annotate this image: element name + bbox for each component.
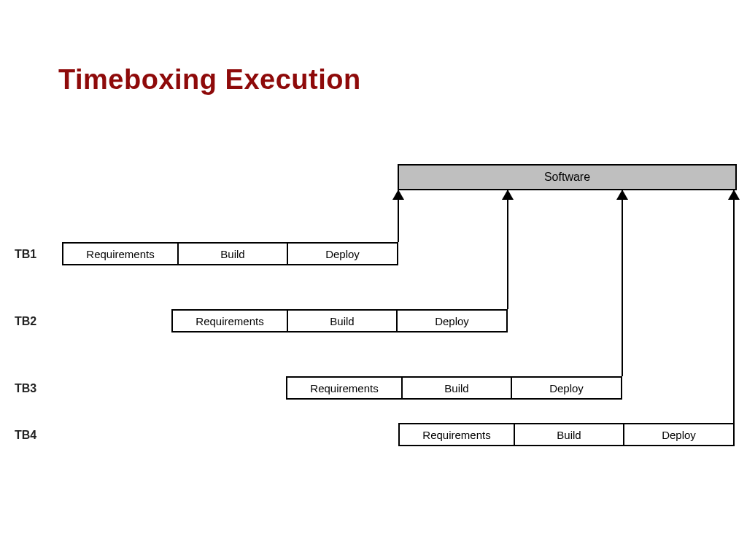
phase-build: Build: [401, 376, 512, 400]
software-output-box: Software: [398, 164, 737, 190]
phase-deploy: Deploy: [511, 376, 622, 400]
phase-requirements: Requirements: [286, 376, 403, 400]
phase-requirements: Requirements: [62, 242, 179, 265]
page-title: Timeboxing Execution: [58, 64, 361, 96]
phase-row-tb2: Requirements Build Deploy: [171, 309, 508, 332]
phase-row-tb4: Requirements Build Deploy: [398, 423, 735, 446]
row-label-tb2: TB2: [15, 315, 36, 328]
phase-deploy: Deploy: [287, 242, 398, 265]
phase-row-tb3: Requirements Build Deploy: [286, 376, 623, 400]
phase-build: Build: [514, 423, 624, 446]
row-label-tb4: TB4: [15, 429, 36, 442]
arrow-tb3: [622, 190, 623, 376]
arrow-tb2: [507, 190, 508, 309]
arrow-tb4: [733, 190, 735, 423]
phase-requirements: Requirements: [398, 423, 515, 446]
phase-deploy: Deploy: [396, 309, 508, 332]
row-label-tb1: TB1: [15, 248, 36, 261]
phase-requirements: Requirements: [171, 309, 288, 332]
phase-build: Build: [287, 309, 398, 332]
phase-row-tb1: Requirements Build Deploy: [62, 242, 398, 265]
diagram-stage: Timeboxing Execution Software TB1 TB2 TB…: [0, 0, 747, 560]
phase-deploy: Deploy: [623, 423, 735, 446]
arrow-tb1: [398, 190, 399, 242]
row-label-tb3: TB3: [15, 382, 36, 395]
software-label: Software: [544, 171, 590, 184]
phase-build: Build: [177, 242, 288, 265]
